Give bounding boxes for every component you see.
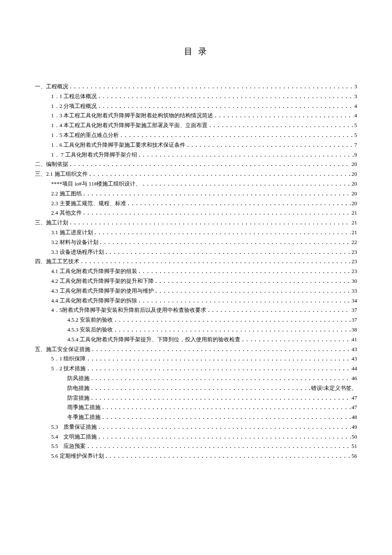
toc-entry-label: 1．6 工具化附着式升降脚手架施工要求和技术保证条件 (51, 142, 185, 148)
toc-entry-page: 20 (352, 200, 357, 206)
toc-leader (138, 268, 351, 274)
toc-container: 一、工程概况31．1 工程总体概况31．2 分项工程概况41．3 本工程工具化附… (35, 84, 357, 459)
toc-entry: 5．2 技术措施44 (35, 366, 357, 371)
toc-entry-label: 3.3 设备进场程序计划 (51, 249, 104, 255)
toc-entry: 3.2 材料与设备计划22 (35, 239, 357, 245)
toc-entry-page: 41 (352, 337, 357, 342)
toc-entry-label: 2.4 其他文件 (51, 210, 82, 215)
toc-leader (214, 113, 353, 118)
toc-leader (86, 443, 351, 449)
toc-leader (91, 346, 351, 352)
toc-entry: 冬季施工措施48 (35, 414, 357, 420)
toc-entry-label: 防电措施 (67, 385, 89, 391)
toc-entry-page: 9 (355, 152, 357, 157)
toc-entry: 防雷措施47 (35, 395, 357, 401)
toc-leader (101, 404, 351, 410)
toc-entry-page: 20 (352, 161, 357, 167)
toc-entry-page: 51 (352, 443, 357, 449)
toc-entry-label: 5.3 质量保证措施 (51, 424, 97, 430)
toc-entry-label: 4.5.2 安装前的验收 (67, 317, 113, 323)
toc-leader (98, 103, 353, 109)
toc-entry: 4.5.4 工具化附着式升降脚手架提升、下降到位，投入使用前的验收检查41 (35, 337, 357, 342)
toc-entry-page: 56 (352, 453, 357, 459)
toc-entry: 防电措施错误!未定义书签。 (35, 385, 357, 391)
toc-entry: 1．3 本工程工具化附着式升降脚手架附着处构筑物的结构情况简述4 (35, 113, 357, 118)
toc-entry-label: 5.5 应急预案 (51, 443, 86, 449)
toc-entry-page: 23 (352, 268, 357, 274)
toc-entry-page: 38 (352, 327, 357, 332)
toc-entry-label: 1．5 本工程的重点难点分析 (51, 132, 119, 138)
toc-entry-page: 3 (355, 93, 357, 99)
toc-leader (138, 152, 354, 157)
toc-entry-page: 48 (352, 414, 357, 420)
toc-entry-label: 三、2.1 施工组织文件 (35, 171, 88, 177)
toc-entry-label: 4.1 工具化附着式升降脚手架的组装 (51, 268, 137, 274)
toc-entry-label: 5．2 技术措施 (51, 366, 86, 371)
toc-entry-page: 46 (352, 375, 357, 381)
toc-entry: 5.3 质量保证措施49 (35, 424, 357, 430)
toc-entry: ****项目 io#与 11#楼施工组织设计。 20 (35, 181, 357, 186)
toc-entry: 4．5附着式升降脚手架安装和升降前后以及使用中检查验收要求37 (35, 307, 357, 313)
toc-leader (105, 453, 351, 459)
toc-entry: 4.4 工具化附着式升降脚手架的拆除34 (35, 298, 357, 303)
toc-entry: 4.2 工具化附着式升降脚手架的提升和下降30 (35, 278, 357, 284)
toc-leader (80, 259, 351, 264)
toc-entry-label: 4.2 工具化附着式升降脚手架的提升和下降 (51, 278, 154, 284)
toc-entry-page: 21 (352, 210, 357, 215)
toc-entry-page: 50 (352, 434, 357, 439)
toc-leader (98, 93, 353, 99)
toc-entry: 1．6 工具化附着式升降脚手架施工要求和技术保证条件7 (35, 142, 357, 148)
toc-entry-label: 防雷措施 (67, 395, 89, 401)
toc-entry-page: 4 (355, 113, 357, 118)
toc-leader (83, 191, 351, 196)
toc-leader (90, 375, 351, 381)
toc-entry-page: 43 (352, 356, 357, 361)
toc-entry-label: 5．1 组织保障 (51, 356, 86, 361)
toc-entry: 4.5.3 安装后的验收38 (35, 327, 357, 332)
toc-entry-page: 37 (352, 307, 357, 313)
toc-entry-label: 二、编制依据 (35, 161, 68, 167)
toc-leader (69, 161, 351, 167)
toc-entry: 防风措施46 (35, 375, 357, 381)
toc-entry-label: 3.1 施工进度计划 (51, 230, 93, 235)
toc-entry-page: 47 (352, 404, 357, 410)
toc-entry-page: 20 (352, 181, 357, 186)
toc-leader (99, 239, 351, 245)
toc-entry-label: 5.4 文明施工措施 (51, 434, 97, 439)
toc-entry-label: 3.2 材料与设备计划 (51, 239, 98, 245)
toc-entry-page: 7 (355, 142, 357, 148)
toc-entry-label: 2.3 主要施工规范、规程、标准 (51, 200, 126, 206)
toc-entry-page: 21 (352, 220, 357, 225)
toc-entry-label: 5.6 定期维护保养计划 (51, 453, 104, 459)
toc-entry: 5.6 定期维护保养计划56 (35, 453, 357, 459)
toc-entry-page: 30 (352, 278, 357, 284)
toc-entry-page: 4 (355, 103, 357, 109)
toc-entry-page: 44 (352, 366, 357, 371)
toc-entry-label: ****项目 io#与 11#楼施工组织设计。 (51, 181, 141, 186)
toc-entry-page: 错误!未定义书签。 (311, 385, 357, 391)
toc-leader (98, 424, 351, 430)
toc-leader (90, 385, 310, 391)
toc-leader (138, 298, 351, 303)
toc-entry-label: 五、施工安全保证措施 (35, 346, 90, 352)
toc-entry: 三、施工计划21 (35, 220, 357, 225)
toc-leader (69, 220, 351, 225)
toc-entry: 1．4 本工程工具化附着式升降脚手架施工部署及平面、立面布置5 (35, 122, 357, 128)
toc-entry-label: 防风措施 (67, 375, 89, 381)
toc-leader (186, 142, 353, 148)
toc-leader (90, 395, 351, 401)
toc-entry: 1．5 本工程的重点难点分析5 (35, 132, 357, 138)
toc-entry-label: 1． 7 工具化附着式升降脚手架介绍 (51, 152, 137, 157)
toc-entry-page: 37 (352, 317, 357, 323)
toc-leader (69, 84, 354, 89)
toc-leader (127, 200, 351, 206)
toc-entry-page: 34 (352, 298, 357, 303)
toc-entry-label: 雨季施工措施 (67, 404, 101, 410)
toc-leader (114, 317, 351, 323)
toc-entry-label: 4.3 工具化附着式升降脚手架的使用与维护 (51, 288, 154, 293)
toc-entry: 5．1 组织保障43 (35, 356, 357, 361)
toc-entry: 四、施工工艺技术 23 (35, 259, 357, 264)
toc-entry: 一、工程概况3 (35, 84, 357, 89)
toc-entry-page: 5 (355, 132, 357, 138)
toc-entry-label: 4．5附着式升降脚手架安装和升降前后以及使用中检查验收要求 (51, 307, 206, 313)
